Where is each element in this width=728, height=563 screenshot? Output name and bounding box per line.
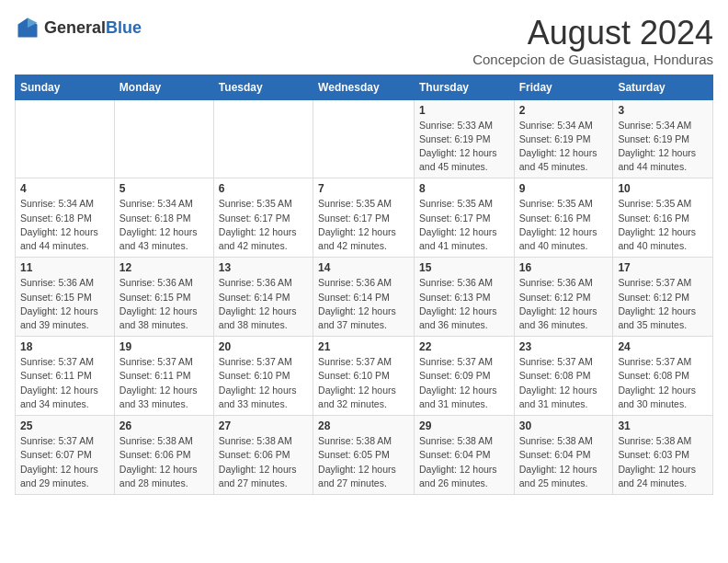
calendar-cell [313, 99, 415, 178]
calendar-cell: 12Sunrise: 5:36 AMSunset: 6:15 PMDayligh… [114, 258, 213, 337]
day-header-saturday: Saturday [613, 75, 713, 99]
day-info: Sunrise: 5:33 AMSunset: 6:19 PMDaylight:… [419, 119, 509, 175]
calendar-cell: 21Sunrise: 5:37 AMSunset: 6:10 PMDayligh… [313, 337, 415, 416]
day-info: Sunrise: 5:37 AMSunset: 6:10 PMDaylight:… [219, 355, 308, 411]
calendar-cell: 30Sunrise: 5:38 AMSunset: 6:04 PMDayligh… [514, 416, 613, 495]
calendar-cell: 1Sunrise: 5:33 AMSunset: 6:19 PMDaylight… [414, 99, 514, 178]
calendar-cell: 27Sunrise: 5:38 AMSunset: 6:06 PMDayligh… [213, 416, 313, 495]
calendar-cell: 5Sunrise: 5:34 AMSunset: 6:18 PMDaylight… [114, 178, 213, 258]
day-info: Sunrise: 5:37 AMSunset: 6:12 PMDaylight:… [618, 276, 708, 332]
day-number: 25 [20, 419, 109, 432]
logo-icon [15, 15, 40, 40]
day-number: 21 [318, 340, 409, 353]
day-info: Sunrise: 5:37 AMSunset: 6:07 PMDaylight:… [20, 434, 109, 490]
day-number: 5 [119, 182, 209, 195]
day-number: 10 [618, 182, 708, 195]
day-number: 8 [419, 182, 509, 195]
day-header-sunday: Sunday [16, 75, 115, 99]
calendar-cell: 14Sunrise: 5:36 AMSunset: 6:14 PMDayligh… [313, 258, 415, 337]
day-number: 31 [618, 419, 708, 432]
calendar-table: SundayMondayTuesdayWednesdayThursdayFrid… [15, 75, 713, 495]
day-number: 2 [519, 104, 609, 117]
day-info: Sunrise: 5:38 AMSunset: 6:03 PMDaylight:… [618, 434, 708, 490]
week-row-2: 4Sunrise: 5:34 AMSunset: 6:18 PMDaylight… [16, 178, 713, 258]
day-info: Sunrise: 5:35 AMSunset: 6:17 PMDaylight:… [219, 197, 308, 253]
day-header-tuesday: Tuesday [213, 75, 313, 99]
title-area: August 2024 Concepcion de Guasistagua, H… [472, 15, 713, 67]
month-year-title: August 2024 [472, 15, 713, 52]
day-number: 17 [618, 261, 708, 274]
calendar-cell: 19Sunrise: 5:37 AMSunset: 6:11 PMDayligh… [114, 337, 213, 416]
day-info: Sunrise: 5:38 AMSunset: 6:06 PMDaylight:… [119, 434, 209, 490]
logo: GeneralBlue [15, 15, 142, 40]
day-info: Sunrise: 5:37 AMSunset: 6:11 PMDaylight:… [20, 355, 109, 411]
calendar-cell: 2Sunrise: 5:34 AMSunset: 6:19 PMDaylight… [514, 99, 613, 178]
calendar-cell: 16Sunrise: 5:36 AMSunset: 6:12 PMDayligh… [514, 258, 613, 337]
day-header-row: SundayMondayTuesdayWednesdayThursdayFrid… [16, 75, 713, 99]
day-number: 30 [519, 419, 609, 432]
calendar-cell: 6Sunrise: 5:35 AMSunset: 6:17 PMDaylight… [213, 178, 313, 258]
calendar-cell: 23Sunrise: 5:37 AMSunset: 6:08 PMDayligh… [514, 337, 613, 416]
calendar-cell: 10Sunrise: 5:35 AMSunset: 6:16 PMDayligh… [613, 178, 713, 258]
day-info: Sunrise: 5:37 AMSunset: 6:11 PMDaylight:… [119, 355, 209, 411]
day-header-thursday: Thursday [414, 75, 514, 99]
calendar-cell: 18Sunrise: 5:37 AMSunset: 6:11 PMDayligh… [16, 337, 115, 416]
day-number: 20 [219, 340, 308, 353]
day-number: 22 [419, 340, 509, 353]
day-number: 3 [618, 104, 708, 117]
day-number: 23 [519, 340, 609, 353]
day-info: Sunrise: 5:38 AMSunset: 6:05 PMDaylight:… [318, 434, 409, 490]
calendar-cell: 13Sunrise: 5:36 AMSunset: 6:14 PMDayligh… [213, 258, 313, 337]
day-info: Sunrise: 5:36 AMSunset: 6:15 PMDaylight:… [20, 276, 109, 332]
day-number: 7 [318, 182, 409, 195]
calendar-cell: 26Sunrise: 5:38 AMSunset: 6:06 PMDayligh… [114, 416, 213, 495]
calendar-cell: 8Sunrise: 5:35 AMSunset: 6:17 PMDaylight… [414, 178, 514, 258]
day-info: Sunrise: 5:34 AMSunset: 6:18 PMDaylight:… [119, 197, 209, 253]
calendar-cell: 4Sunrise: 5:34 AMSunset: 6:18 PMDaylight… [16, 178, 115, 258]
day-info: Sunrise: 5:35 AMSunset: 6:16 PMDaylight:… [519, 197, 609, 253]
calendar-cell: 3Sunrise: 5:34 AMSunset: 6:19 PMDaylight… [613, 99, 713, 178]
day-info: Sunrise: 5:37 AMSunset: 6:10 PMDaylight:… [318, 355, 409, 411]
day-header-monday: Monday [114, 75, 213, 99]
day-header-wednesday: Wednesday [313, 75, 415, 99]
day-number: 6 [219, 182, 308, 195]
calendar-cell [213, 99, 313, 178]
calendar-cell [114, 99, 213, 178]
week-row-4: 18Sunrise: 5:37 AMSunset: 6:11 PMDayligh… [16, 337, 713, 416]
day-info: Sunrise: 5:37 AMSunset: 6:08 PMDaylight:… [618, 355, 708, 411]
header: GeneralBlue August 2024 Concepcion de Gu… [15, 15, 713, 67]
day-number: 13 [219, 261, 308, 274]
day-number: 26 [119, 419, 209, 432]
calendar-cell: 24Sunrise: 5:37 AMSunset: 6:08 PMDayligh… [613, 337, 713, 416]
day-info: Sunrise: 5:36 AMSunset: 6:13 PMDaylight:… [419, 276, 509, 332]
calendar-cell: 11Sunrise: 5:36 AMSunset: 6:15 PMDayligh… [16, 258, 115, 337]
calendar-cell: 20Sunrise: 5:37 AMSunset: 6:10 PMDayligh… [213, 337, 313, 416]
day-info: Sunrise: 5:34 AMSunset: 6:19 PMDaylight:… [618, 119, 708, 175]
day-number: 24 [618, 340, 708, 353]
calendar-cell: 7Sunrise: 5:35 AMSunset: 6:17 PMDaylight… [313, 178, 415, 258]
week-row-5: 25Sunrise: 5:37 AMSunset: 6:07 PMDayligh… [16, 416, 713, 495]
day-number: 19 [119, 340, 209, 353]
day-info: Sunrise: 5:38 AMSunset: 6:06 PMDaylight:… [219, 434, 308, 490]
day-number: 14 [318, 261, 409, 274]
day-info: Sunrise: 5:35 AMSunset: 6:17 PMDaylight:… [419, 197, 509, 253]
day-info: Sunrise: 5:36 AMSunset: 6:15 PMDaylight:… [119, 276, 209, 332]
day-info: Sunrise: 5:37 AMSunset: 6:08 PMDaylight:… [519, 355, 609, 411]
calendar-cell: 25Sunrise: 5:37 AMSunset: 6:07 PMDayligh… [16, 416, 115, 495]
week-row-3: 11Sunrise: 5:36 AMSunset: 6:15 PMDayligh… [16, 258, 713, 337]
day-number: 28 [318, 419, 409, 432]
day-info: Sunrise: 5:38 AMSunset: 6:04 PMDaylight:… [519, 434, 609, 490]
calendar-cell [16, 99, 115, 178]
day-number: 27 [219, 419, 308, 432]
calendar-cell: 22Sunrise: 5:37 AMSunset: 6:09 PMDayligh… [414, 337, 514, 416]
location-subtitle: Concepcion de Guasistagua, Honduras [472, 52, 713, 67]
calendar-cell: 28Sunrise: 5:38 AMSunset: 6:05 PMDayligh… [313, 416, 415, 495]
day-info: Sunrise: 5:38 AMSunset: 6:04 PMDaylight:… [419, 434, 509, 490]
day-info: Sunrise: 5:36 AMSunset: 6:12 PMDaylight:… [519, 276, 609, 332]
calendar-cell: 15Sunrise: 5:36 AMSunset: 6:13 PMDayligh… [414, 258, 514, 337]
day-number: 9 [519, 182, 609, 195]
day-info: Sunrise: 5:34 AMSunset: 6:19 PMDaylight:… [519, 119, 609, 175]
day-info: Sunrise: 5:35 AMSunset: 6:17 PMDaylight:… [318, 197, 409, 253]
logo-text-general: GeneralBlue [44, 19, 142, 37]
calendar-cell: 31Sunrise: 5:38 AMSunset: 6:03 PMDayligh… [613, 416, 713, 495]
